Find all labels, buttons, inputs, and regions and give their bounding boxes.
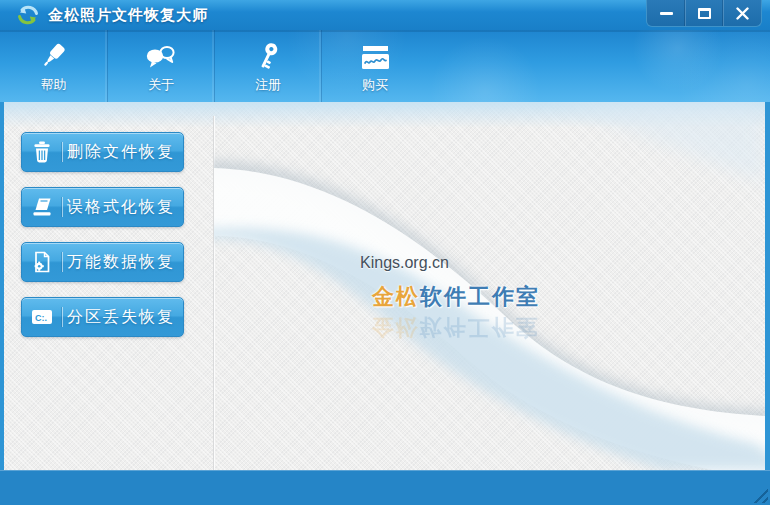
close-icon bbox=[736, 7, 749, 20]
chat-bubbles-icon bbox=[144, 39, 178, 73]
window-title: 金松照片文件恢复大师 bbox=[48, 6, 208, 25]
sidebar-button-label: 分区丢失恢复 bbox=[63, 307, 183, 328]
window-right-border bbox=[765, 102, 770, 470]
watermark-site-text: Kings.org.cn bbox=[360, 254, 449, 272]
content-area: 删除文件恢复 误格式化恢复 bbox=[0, 102, 770, 470]
sidebar-button-label: 万能数据恢复 bbox=[63, 252, 183, 273]
toolbar-button-about[interactable]: 关于 bbox=[107, 30, 214, 102]
sidebar-button-universal-data-recovery[interactable]: 万能数据恢复 bbox=[21, 242, 184, 282]
toolbar-button-help[interactable]: 帮助 bbox=[0, 30, 107, 102]
trash-icon bbox=[22, 141, 62, 163]
drive-partition-icon: C:. bbox=[22, 308, 62, 327]
toolbar: 帮助 关于 bbox=[0, 30, 770, 102]
brand-gold-text: 金松 bbox=[372, 284, 420, 309]
sidebar-button-deleted-file-recovery[interactable]: 删除文件恢复 bbox=[21, 132, 184, 172]
title-bar: 金松照片文件恢复大师 bbox=[0, 0, 770, 30]
minimize-button[interactable] bbox=[647, 0, 685, 26]
status-bar bbox=[0, 470, 770, 505]
window-left-border bbox=[0, 102, 4, 470]
key-icon bbox=[253, 39, 283, 73]
sidebar-button-partition-loss-recovery[interactable]: C:. 分区丢失恢复 bbox=[21, 297, 184, 337]
minimize-icon bbox=[660, 12, 673, 15]
marker-pen-icon bbox=[39, 39, 69, 73]
bank-card-icon bbox=[358, 39, 392, 73]
watermark-reflection: 金松软件工作室 bbox=[372, 312, 540, 342]
sidebar-button-format-recovery[interactable]: 误格式化恢复 bbox=[21, 187, 184, 227]
main-panel: Kings.org.cn 金松软件工作室 金松软件工作室 bbox=[214, 102, 765, 470]
document-gear-icon bbox=[22, 251, 62, 273]
close-button[interactable] bbox=[723, 0, 761, 26]
maximize-button[interactable] bbox=[685, 0, 723, 26]
toolbar-label-help: 帮助 bbox=[41, 76, 67, 94]
resize-grip[interactable] bbox=[748, 483, 768, 503]
toolbar-label-register: 注册 bbox=[255, 76, 281, 94]
drive-letter-text: C:. bbox=[35, 312, 47, 322]
app-window: 金松照片文件恢复大师 bbox=[0, 0, 770, 505]
sidebar-button-label: 删除文件恢复 bbox=[63, 142, 183, 163]
toolbar-label-buy: 购买 bbox=[362, 76, 388, 94]
sync-arrows-logo-icon bbox=[16, 3, 40, 27]
brand-blue-text: 软件工作室 bbox=[420, 284, 540, 309]
toolbar-button-buy[interactable]: 购买 bbox=[321, 30, 428, 102]
watermark-brand-text: 金松软件工作室 bbox=[372, 282, 540, 312]
format-disk-icon bbox=[22, 197, 62, 218]
window-controls bbox=[646, 0, 762, 27]
toolbar-button-register[interactable]: 注册 bbox=[214, 30, 321, 102]
maximize-icon bbox=[698, 8, 711, 19]
sidebar-button-label: 误格式化恢复 bbox=[63, 197, 183, 218]
toolbar-label-about: 关于 bbox=[148, 76, 174, 94]
